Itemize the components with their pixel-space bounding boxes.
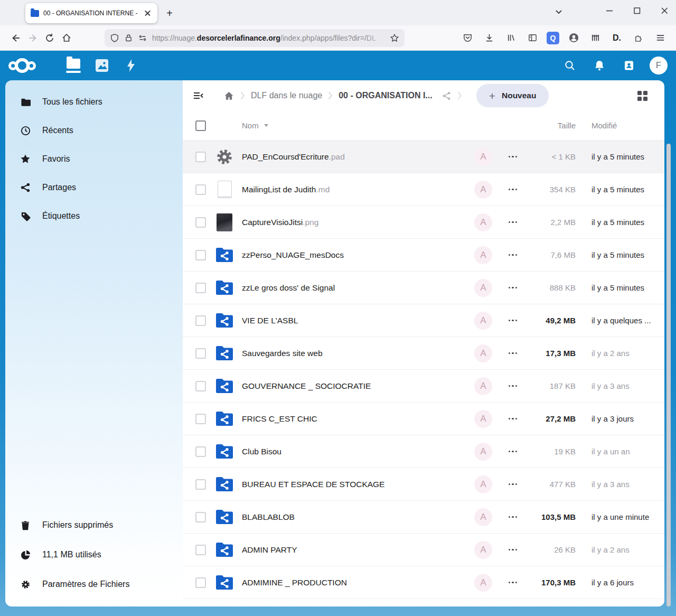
- row-actions-icon[interactable]: [509, 516, 518, 518]
- url-text[interactable]: https://nuage.desorcelerlafinance.org/in…: [152, 34, 385, 42]
- row-checkbox[interactable]: [195, 381, 206, 391]
- app-files-icon[interactable]: [59, 51, 88, 80]
- permissions-icon[interactable]: [138, 33, 147, 43]
- file-name[interactable]: BLABLABLOB: [238, 512, 468, 522]
- sidebar-item-r-cents[interactable]: Récents: [5, 116, 183, 145]
- share-owner-badge[interactable]: A: [474, 312, 492, 330]
- new-tab-button[interactable]: +: [162, 5, 177, 21]
- table-row[interactable]: zzLe gros doss' de Signal A 888 KB il y …: [183, 272, 664, 304]
- qwant-icon[interactable]: Q: [547, 32, 559, 44]
- minimize-button[interactable]: [601, 2, 618, 19]
- grid-view-icon[interactable]: [637, 91, 647, 101]
- breadcrumb-parent[interactable]: DLF dans le nuage: [251, 91, 322, 100]
- share-owner-badge[interactable]: A: [474, 475, 492, 493]
- account-icon[interactable]: [566, 31, 581, 45]
- maximize-button[interactable]: [628, 2, 645, 19]
- user-avatar[interactable]: F: [650, 57, 668, 74]
- sidebar-toggle-icon[interactable]: [525, 31, 540, 45]
- app-activity-icon[interactable]: [116, 51, 145, 80]
- library-icon[interactable]: [503, 31, 518, 45]
- breadcrumb-home-icon[interactable]: [223, 90, 234, 101]
- file-name[interactable]: VIE DE L'ASBL: [238, 316, 468, 325]
- row-checkbox[interactable]: [195, 414, 206, 424]
- table-row[interactable]: zzPerso_NUAGE_mesDocs A 7,6 MB il y a 5 …: [183, 239, 664, 272]
- url-bar[interactable]: https://nuage.desorcelerlafinance.org/in…: [105, 29, 405, 47]
- pocket-icon[interactable]: [460, 31, 475, 45]
- file-name[interactable]: BUREAU ET ESPACE DE STOCKAGE: [238, 480, 468, 489]
- file-name[interactable]: Sauvegardes site web: [238, 349, 468, 358]
- row-actions-icon[interactable]: [509, 549, 518, 551]
- forward-icon[interactable]: [24, 30, 41, 46]
- share-owner-badge[interactable]: A: [474, 344, 492, 362]
- sidebar-item-fichiers-supprim-s[interactable]: Fichiers supprimés: [5, 510, 183, 540]
- row-checkbox[interactable]: [195, 479, 206, 490]
- column-size[interactable]: Taille: [528, 121, 576, 130]
- browser-tab[interactable]: 00 - ORGANISATION INTERNE -: [25, 3, 157, 23]
- row-actions-icon[interactable]: [509, 385, 518, 387]
- notifications-bell-icon[interactable]: [590, 57, 608, 74]
- row-actions-icon[interactable]: [509, 221, 518, 223]
- table-row[interactable]: FRICS C_EST CHIC A 27,2 MB il y a 3 jour…: [183, 403, 664, 435]
- column-modified[interactable]: Modifié: [576, 121, 664, 130]
- row-actions-icon[interactable]: [509, 582, 518, 584]
- table-row[interactable]: PAD_EnCoursd'Ecriture.pad A < 1 KB il y …: [183, 141, 664, 173]
- new-button[interactable]: + Nouveau: [476, 84, 549, 107]
- row-actions-icon[interactable]: [509, 451, 518, 453]
- table-row[interactable]: CaptureVisioJitsi.png A 2,2 MB il y a 5 …: [183, 206, 664, 239]
- file-name[interactable]: PAD_EnCoursd'Ecriture.pad: [238, 152, 468, 162]
- row-checkbox[interactable]: [195, 152, 206, 162]
- row-checkbox[interactable]: [195, 446, 206, 457]
- share-owner-badge[interactable]: A: [474, 377, 492, 395]
- lock-icon[interactable]: [124, 33, 133, 42]
- share-owner-badge[interactable]: A: [474, 181, 492, 199]
- reload-icon[interactable]: [41, 30, 58, 46]
- table-row[interactable]: Sauvegardes site web A 17,3 MB il y a 2 …: [183, 337, 664, 370]
- breadcrumb-share-icon[interactable]: [442, 91, 452, 101]
- row-actions-icon[interactable]: [509, 287, 518, 289]
- table-row[interactable]: 00 - ORA... ON EN EST OÙ A: [183, 599, 664, 606]
- row-actions-icon[interactable]: [509, 156, 518, 158]
- share-owner-badge[interactable]: A: [474, 541, 492, 559]
- sidebar-item--tiquettes[interactable]: Étiquettes: [5, 202, 183, 230]
- home-icon[interactable]: [58, 30, 75, 46]
- collapse-sidebar-icon[interactable]: [192, 90, 204, 101]
- row-actions-icon[interactable]: [509, 254, 518, 256]
- download-icon[interactable]: [482, 31, 496, 45]
- file-name[interactable]: CaptureVisioJitsi.png: [238, 218, 468, 227]
- table-row[interactable]: ADMIN PARTY A 26 KB il y a 2 ans: [183, 534, 664, 566]
- share-owner-badge[interactable]: A: [474, 574, 492, 592]
- tab-close-icon[interactable]: [144, 9, 152, 17]
- file-name[interactable]: ADMIN PARTY: [238, 545, 468, 555]
- share-owner-badge[interactable]: A: [474, 148, 492, 166]
- file-name[interactable]: MailingList de Judith.md: [238, 185, 468, 194]
- row-checkbox[interactable]: [195, 217, 206, 228]
- extensions-puzzle-icon[interactable]: [631, 31, 646, 45]
- share-owner-badge[interactable]: A: [474, 279, 492, 297]
- nextcloud-logo[interactable]: [8, 58, 36, 73]
- row-actions-icon[interactable]: [509, 189, 518, 191]
- table-row[interactable]: ADMIMINE _ PRODUCTION A 170,3 MB il y a …: [183, 566, 664, 599]
- menu-hamburger-icon[interactable]: [653, 31, 668, 45]
- file-name[interactable]: Club Bisou: [238, 447, 468, 456]
- tabs-list-chevron-icon[interactable]: [553, 6, 564, 17]
- row-actions-icon[interactable]: [509, 320, 518, 322]
- file-name[interactable]: ADMIMINE _ PRODUCTION: [238, 578, 468, 587]
- bookmark-star-icon[interactable]: [390, 33, 399, 43]
- share-owner-badge[interactable]: A: [474, 213, 492, 231]
- row-actions-icon[interactable]: [509, 418, 518, 420]
- sidebar-item-11-1-mb-utilis-s[interactable]: 11,1 MB utilisés: [5, 540, 183, 570]
- row-actions-icon[interactable]: [509, 483, 518, 486]
- app-photos-icon[interactable]: [88, 51, 116, 80]
- close-window-button[interactable]: [656, 2, 673, 19]
- duckduckgo-icon[interactable]: D.: [609, 31, 624, 45]
- share-owner-badge[interactable]: A: [474, 410, 492, 428]
- file-name[interactable]: zzPerso_NUAGE_mesDocs: [238, 250, 468, 260]
- sidebar-item-param-tres-de-fichiers[interactable]: Paramètres de Fichiers: [5, 570, 183, 599]
- share-owner-badge[interactable]: A: [474, 443, 492, 461]
- contacts-icon[interactable]: [620, 57, 638, 74]
- table-row[interactable]: GOUVERNANCE _ SOCIOCRATIE A 187 KB il y …: [183, 370, 664, 403]
- share-owner-badge[interactable]: A: [474, 606, 492, 607]
- row-checkbox[interactable]: [195, 545, 206, 555]
- share-owner-badge[interactable]: A: [474, 508, 492, 526]
- table-row[interactable]: MailingList de Judith.md A 354 KB il y a…: [183, 173, 664, 206]
